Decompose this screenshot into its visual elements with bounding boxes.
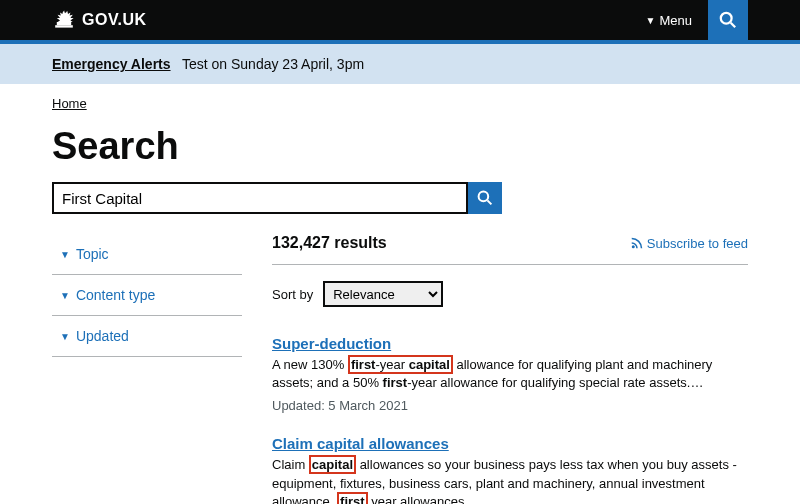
search-input[interactable] bbox=[52, 182, 468, 214]
svg-line-3 bbox=[731, 23, 736, 28]
svg-point-6 bbox=[632, 245, 635, 248]
main-content: Home Search ▼ Topic ▼ Content type ▼ Upd… bbox=[0, 84, 800, 504]
filter-label: Content type bbox=[76, 287, 155, 303]
result-title[interactable]: Claim capital allowances bbox=[272, 435, 449, 452]
result-title[interactable]: Super-deduction bbox=[272, 335, 391, 352]
result-description: A new 130% first-year capital allowance … bbox=[272, 356, 748, 392]
chevron-down-icon: ▼ bbox=[646, 15, 656, 26]
chevron-down-icon: ▼ bbox=[60, 290, 70, 301]
page-title: Search bbox=[52, 125, 748, 168]
crown-icon bbox=[52, 10, 76, 30]
filters-sidebar: ▼ Topic ▼ Content type ▼ Updated bbox=[52, 234, 242, 504]
svg-rect-0 bbox=[57, 22, 71, 25]
filter-label: Updated bbox=[76, 328, 129, 344]
menu-button[interactable]: ▼ Menu bbox=[630, 0, 708, 40]
sort-row: Sort by Relevance bbox=[272, 281, 748, 307]
search-icon bbox=[719, 11, 737, 29]
logo-text: GOV.UK bbox=[82, 11, 147, 29]
svg-point-4 bbox=[479, 192, 489, 202]
svg-rect-1 bbox=[55, 25, 73, 27]
header-right: ▼ Menu bbox=[630, 0, 748, 40]
filter-content-type[interactable]: ▼ Content type bbox=[52, 275, 242, 316]
subscribe-link[interactable]: Subscribe to feed bbox=[631, 236, 748, 251]
search-button[interactable] bbox=[468, 182, 502, 214]
results-panel: 132,427 results Subscribe to feed Sort b… bbox=[272, 234, 748, 504]
menu-label: Menu bbox=[659, 13, 692, 28]
alert-text: Test on Sunday 23 April, 3pm bbox=[182, 56, 364, 72]
alert-link[interactable]: Emergency Alerts bbox=[52, 56, 171, 72]
results-header: 132,427 results Subscribe to feed bbox=[272, 234, 748, 265]
main-row: ▼ Topic ▼ Content type ▼ Updated 132,427… bbox=[52, 234, 748, 504]
result-description: Claim capital allowances so your busines… bbox=[272, 456, 748, 504]
results-count: 132,427 results bbox=[272, 234, 387, 252]
svg-line-5 bbox=[487, 200, 491, 204]
header-search-button[interactable] bbox=[708, 0, 748, 40]
result-item: Super-deduction A new 130% first-year ca… bbox=[272, 335, 748, 413]
filter-label: Topic bbox=[76, 246, 109, 262]
filter-updated[interactable]: ▼ Updated bbox=[52, 316, 242, 357]
sort-select[interactable]: Relevance bbox=[323, 281, 443, 307]
result-meta: Updated: 5 March 2021 bbox=[272, 398, 748, 413]
rss-icon bbox=[631, 237, 643, 249]
search-form bbox=[52, 182, 502, 214]
chevron-down-icon: ▼ bbox=[60, 331, 70, 342]
subscribe-label: Subscribe to feed bbox=[647, 236, 748, 251]
site-header: GOV.UK ▼ Menu bbox=[0, 0, 800, 40]
filter-topic[interactable]: ▼ Topic bbox=[52, 234, 242, 275]
sort-label: Sort by bbox=[272, 287, 313, 302]
result-item: Claim capital allowances Claim capital a… bbox=[272, 435, 748, 504]
highlight: capital bbox=[309, 455, 356, 474]
breadcrumb[interactable]: Home bbox=[52, 96, 87, 111]
chevron-down-icon: ▼ bbox=[60, 249, 70, 260]
highlight: first-year capital bbox=[348, 355, 453, 374]
highlight: first bbox=[337, 492, 368, 504]
site-logo[interactable]: GOV.UK bbox=[52, 10, 147, 30]
svg-point-2 bbox=[721, 13, 732, 24]
search-icon bbox=[477, 190, 493, 206]
alert-banner: Emergency Alerts Test on Sunday 23 April… bbox=[0, 44, 800, 84]
